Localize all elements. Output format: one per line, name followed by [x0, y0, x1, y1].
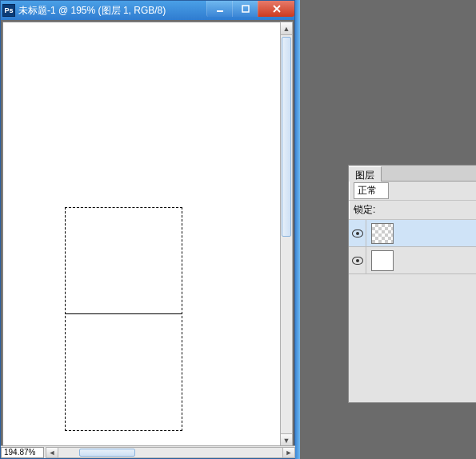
- maximize-button[interactable]: [232, 1, 258, 17]
- vertical-scroll-thumb[interactable]: [282, 37, 291, 237]
- visibility-toggle[interactable]: [349, 247, 366, 273]
- blend-mode-select[interactable]: 正常: [354, 182, 389, 199]
- horizontal-scroll-track[interactable]: [58, 447, 282, 458]
- eye-icon: [352, 257, 363, 265]
- scroll-up-button[interactable]: ▲: [281, 22, 292, 35]
- layer-thumbnail[interactable]: [371, 250, 394, 271]
- scroll-right-button[interactable]: ►: [282, 447, 295, 458]
- lock-label: 锁定:: [354, 203, 375, 217]
- close-button[interactable]: [258, 1, 294, 17]
- eye-icon: [352, 230, 363, 237]
- svg-rect-1: [242, 6, 249, 12]
- lock-row: 锁定:: [349, 201, 476, 220]
- window-title: 未标题-1 @ 195% (图层 1, RGB/8): [18, 4, 166, 18]
- visibility-toggle[interactable]: [349, 220, 366, 246]
- maximize-icon: [242, 5, 250, 13]
- horizontal-scroll-thumb[interactable]: [79, 449, 135, 457]
- canvas[interactable]: [2, 22, 281, 447]
- minimize-button[interactable]: [206, 1, 232, 17]
- scroll-left-button[interactable]: ◄: [46, 447, 58, 458]
- scroll-down-button[interactable]: ▼: [281, 433, 292, 446]
- minimize-icon: [216, 5, 224, 13]
- zoom-level-input[interactable]: 194.87%: [1, 447, 44, 458]
- blend-mode-row: 正常: [349, 182, 476, 201]
- document-window: Ps 未标题-1 @ 195% (图层 1, RGB/8) ▲ ▼ 194.87…: [0, 0, 295, 459]
- svg-rect-0: [217, 10, 223, 12]
- photoshop-icon: Ps: [2, 4, 15, 17]
- horizontal-scrollbar[interactable]: ◄ ►: [46, 447, 295, 458]
- layer-thumbnail[interactable]: [371, 223, 394, 244]
- vertical-scrollbar[interactable]: ▲ ▼: [280, 22, 293, 447]
- drawn-line: [66, 313, 182, 314]
- panel-tabs: 图层: [349, 166, 476, 182]
- close-icon: [272, 5, 282, 13]
- marquee-selection[interactable]: [65, 207, 182, 431]
- titlebar[interactable]: Ps 未标题-1 @ 195% (图层 1, RGB/8): [1, 1, 294, 20]
- window-controls: [206, 1, 294, 17]
- layers-empty-area: [349, 274, 476, 402]
- layer-row[interactable]: [349, 247, 476, 274]
- tab-layers[interactable]: 图层: [349, 166, 382, 182]
- layer-row[interactable]: [349, 220, 476, 247]
- layers-panel[interactable]: 图层 正常 锁定:: [348, 165, 476, 403]
- status-bar: 194.87% ◄ ►: [1, 445, 295, 458]
- window-border-accent: [295, 0, 300, 459]
